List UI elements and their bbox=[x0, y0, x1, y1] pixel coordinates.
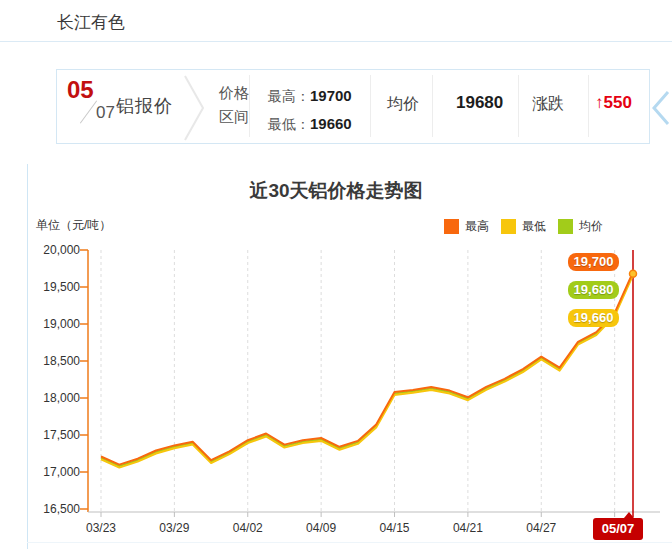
change-value-block: ↑550 bbox=[595, 93, 632, 113]
low-label: 最低： bbox=[268, 116, 310, 132]
quote-date: 05 07 bbox=[65, 76, 119, 138]
x-axis-tick-label: 03/29 bbox=[144, 521, 204, 535]
highlighted-date-badge: 05/07 bbox=[593, 518, 643, 540]
low-row: 最低：19660 bbox=[268, 110, 352, 138]
title-divider bbox=[0, 41, 672, 42]
price-range-label: 价格 区间 bbox=[219, 81, 249, 129]
x-axis-tick-label: 04/02 bbox=[218, 521, 278, 535]
badge-pointer bbox=[624, 512, 634, 518]
high-label: 最高： bbox=[268, 88, 310, 104]
end-point-marker bbox=[630, 270, 637, 277]
quote-date-month-day: 05 bbox=[67, 78, 94, 102]
series-line-最低 bbox=[101, 275, 633, 467]
end-value-badge: 19,680 bbox=[568, 281, 619, 299]
x-axis-tick-label: 04/09 bbox=[291, 521, 351, 535]
cell-divider bbox=[588, 75, 589, 137]
x-axis-tick-label: 04/27 bbox=[511, 521, 571, 535]
y-axis-tick-label: 19,500 bbox=[18, 280, 80, 294]
y-axis-tick-label: 18,500 bbox=[18, 354, 80, 368]
high-value: 19700 bbox=[310, 87, 352, 104]
price-quote-bar: 05 07 铝报价 价格 区间 最高：19700 最低：19660 均价 196… bbox=[56, 69, 650, 144]
product-name: 铝报价 bbox=[116, 94, 173, 118]
breadcrumb-arrow-icon bbox=[177, 72, 211, 142]
low-value: 19660 bbox=[310, 115, 352, 132]
change-value: 550 bbox=[604, 93, 632, 112]
average-value: 19680 bbox=[456, 93, 503, 113]
date-slash bbox=[80, 100, 97, 123]
price-range-label-line2: 区间 bbox=[219, 105, 249, 129]
up-arrow-icon: ↑ bbox=[595, 93, 604, 112]
page: 长江有色 05 07 铝报价 价格 区间 最高：19700 最低：19660 均… bbox=[0, 0, 672, 549]
average-label: 均价 bbox=[387, 94, 419, 115]
price-trend-chart bbox=[0, 160, 672, 549]
price-range-label-line1: 价格 bbox=[219, 81, 249, 105]
end-value-badge: 19,660 bbox=[568, 309, 619, 327]
y-axis-tick-label: 16,500 bbox=[18, 502, 80, 516]
high-row: 最高：19700 bbox=[268, 82, 352, 110]
cell-divider bbox=[370, 75, 371, 137]
y-axis-tick-label: 17,500 bbox=[18, 428, 80, 442]
end-value-badge: 19,700 bbox=[568, 253, 619, 271]
change-label: 涨跌 bbox=[532, 94, 564, 115]
x-axis-tick-label: 03/23 bbox=[71, 521, 131, 535]
x-axis-tick-label: 04/21 bbox=[438, 521, 498, 535]
cell-divider bbox=[249, 75, 250, 137]
x-axis-tick-label: 04/15 bbox=[365, 521, 425, 535]
cell-divider bbox=[432, 75, 433, 137]
high-low-block: 最高：19700 最低：19660 bbox=[268, 82, 352, 138]
y-axis-tick-label: 18,000 bbox=[18, 391, 80, 405]
series-line-均价 bbox=[101, 274, 633, 466]
page-title: 长江有色 bbox=[57, 11, 125, 34]
y-axis-tick-label: 20,000 bbox=[18, 243, 80, 257]
cell-divider bbox=[518, 75, 519, 137]
y-axis-tick-label: 17,000 bbox=[18, 465, 80, 479]
carousel-prev-icon[interactable] bbox=[648, 86, 672, 130]
y-axis-tick-label: 19,000 bbox=[18, 317, 80, 331]
quote-date-day: 07 bbox=[96, 103, 115, 123]
highlighted-date-label: 05/07 bbox=[602, 521, 635, 536]
